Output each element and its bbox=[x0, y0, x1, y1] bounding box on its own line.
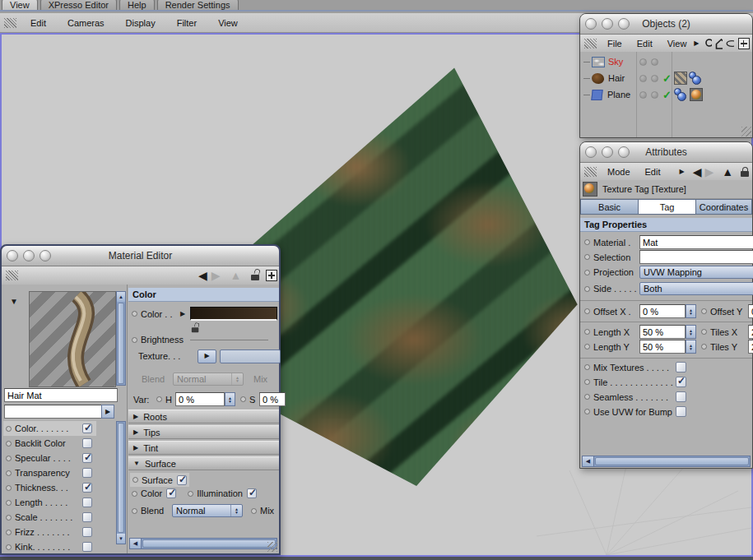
history-forward-icon[interactable]: ▶ bbox=[211, 270, 221, 281]
texture-menu-button[interactable]: ▶ bbox=[198, 349, 216, 363]
menu-edit[interactable]: Edit bbox=[20, 18, 57, 28]
objects-title-bar[interactable]: Objects (2) bbox=[580, 14, 752, 35]
grip-handle-icon[interactable] bbox=[584, 167, 597, 177]
history-forward-icon[interactable]: ▶ bbox=[704, 166, 713, 178]
panel-resize-grip[interactable] bbox=[741, 127, 751, 137]
menu-filter[interactable]: Filter bbox=[166, 18, 207, 28]
illumination-checkbox[interactable] bbox=[247, 488, 257, 498]
object-row-plane[interactable]: Plane bbox=[583, 86, 630, 103]
var-h-stepper[interactable] bbox=[225, 392, 235, 406]
surface-blend-dropdown[interactable]: Normal bbox=[172, 504, 243, 517]
objects-menu-view[interactable]: View bbox=[660, 39, 695, 49]
preview-vertical-scrollbar[interactable]: ▲ bbox=[116, 291, 126, 386]
unlock-icon[interactable] bbox=[251, 271, 260, 281]
surface-checkbox[interactable] bbox=[177, 475, 187, 485]
length-y-input[interactable] bbox=[639, 340, 686, 354]
scrollbar-thumb[interactable] bbox=[118, 303, 124, 384]
channel-scale-checkbox[interactable] bbox=[82, 512, 92, 522]
scroll-left-arrow-icon[interactable]: ◀ bbox=[583, 456, 594, 466]
grip-handle-icon[interactable] bbox=[4, 18, 16, 28]
channel-thickness-checkbox[interactable] bbox=[82, 483, 92, 493]
channel-row-kink[interactable]: Kink. . . . . . . . bbox=[3, 539, 96, 554]
objects-menu-edit[interactable]: Edit bbox=[630, 39, 660, 49]
selection-input[interactable] bbox=[639, 250, 753, 264]
channel-row-backlit-color[interactable]: Backlit Color bbox=[3, 436, 96, 451]
menu-view[interactable]: View bbox=[207, 18, 249, 28]
coordinates-tag-icon[interactable] bbox=[689, 72, 702, 85]
channel-length-checkbox[interactable] bbox=[82, 498, 92, 507]
channel-row-transparency[interactable]: Transparency bbox=[3, 465, 96, 480]
grip-handle-icon[interactable] bbox=[6, 271, 18, 280]
grip-handle-icon[interactable] bbox=[584, 39, 597, 49]
surface-color-checkbox[interactable] bbox=[166, 488, 176, 498]
scroll-up-arrow-icon[interactable]: ▲ bbox=[117, 292, 125, 302]
history-back-icon[interactable]: ◀ bbox=[693, 166, 702, 178]
var-h-input[interactable] bbox=[175, 392, 225, 406]
channel-kink-checkbox[interactable] bbox=[82, 542, 92, 552]
offset-x-stepper[interactable] bbox=[686, 304, 696, 318]
enabled-check-icon[interactable]: ✓ bbox=[662, 72, 672, 85]
side-dropdown[interactable]: Both bbox=[639, 282, 753, 295]
material-editor-horizontal-scrollbar[interactable]: ◀ bbox=[129, 538, 277, 549]
channel-row-scale[interactable]: Scale . . . . . . . bbox=[3, 510, 96, 525]
tab-basic[interactable]: Basic bbox=[580, 199, 639, 215]
attributes-horizontal-scrollbar[interactable]: ◀ bbox=[582, 456, 751, 467]
parent-up-icon[interactable]: ▲ bbox=[722, 166, 733, 178]
texture-tag-icon[interactable] bbox=[690, 88, 703, 101]
material-search-input[interactable] bbox=[4, 405, 104, 419]
use-uvw-checkbox[interactable] bbox=[676, 406, 686, 417]
tab-coordinates[interactable]: Coordinates bbox=[695, 199, 752, 215]
scrollbar-thumb[interactable] bbox=[595, 457, 749, 465]
material-input[interactable] bbox=[639, 235, 753, 249]
material-editor-title-bar[interactable]: Material Editor bbox=[2, 246, 279, 266]
attributes-menu-edit[interactable]: Edit bbox=[638, 167, 668, 177]
parent-up-icon[interactable]: ▲ bbox=[230, 270, 242, 281]
new-window-icon[interactable] bbox=[266, 270, 277, 281]
attributes-title-bar[interactable]: Attributes bbox=[580, 142, 752, 163]
length-x-stepper[interactable] bbox=[686, 325, 696, 339]
offset-x-input[interactable] bbox=[639, 304, 686, 318]
menu-overflow-arrow-icon[interactable]: ▶ bbox=[694, 40, 699, 47]
channel-row-specular[interactable]: Specular . . . . bbox=[3, 451, 96, 465]
tab-help[interactable]: Help bbox=[119, 0, 155, 10]
preview-options-arrow-icon[interactable]: ▼ bbox=[10, 298, 18, 306]
add-object-icon[interactable] bbox=[738, 38, 750, 49]
attributes-menu-mode[interactable]: Mode bbox=[600, 167, 638, 177]
expand-arrow-icon[interactable]: ▶ bbox=[180, 311, 185, 317]
objects-menu-file[interactable]: File bbox=[600, 39, 630, 49]
length-x-input[interactable] bbox=[639, 325, 686, 339]
coordinates-tag-icon[interactable] bbox=[674, 88, 687, 101]
channel-specular-checkbox[interactable] bbox=[82, 453, 92, 463]
section-tips[interactable]: ▶Tips bbox=[128, 425, 279, 439]
material-list-arrow-button[interactable]: ▶ bbox=[101, 405, 114, 419]
length-y-stepper[interactable] bbox=[686, 340, 696, 354]
plane-visibility-dots[interactable]: ✓ bbox=[639, 86, 672, 103]
tiles-y-input[interactable] bbox=[748, 340, 753, 354]
search-icon[interactable] bbox=[704, 38, 712, 49]
lock-icon[interactable] bbox=[741, 167, 750, 178]
tab-render-settings[interactable]: Render Settings bbox=[157, 0, 239, 10]
scrollbar-thumb[interactable] bbox=[118, 423, 124, 533]
visibility-eye-icon[interactable] bbox=[726, 39, 734, 48]
mix-textures-checkbox[interactable] bbox=[676, 362, 686, 373]
var-s-input[interactable] bbox=[259, 392, 286, 406]
channel-row-length[interactable]: Length . . . . . bbox=[3, 495, 96, 510]
scrollbar-thumb[interactable] bbox=[142, 539, 276, 548]
scroll-down-arrow-icon[interactable]: ▼ bbox=[117, 534, 125, 544]
tiles-x-input[interactable] bbox=[748, 325, 753, 339]
tab-tag[interactable]: Tag bbox=[638, 199, 696, 215]
channel-transparency-checkbox[interactable] bbox=[82, 468, 92, 478]
material-swatch-tag-icon[interactable] bbox=[674, 72, 687, 85]
tile-checkbox[interactable] bbox=[676, 377, 686, 387]
texture-path-field[interactable] bbox=[220, 349, 281, 363]
panel-resize-grip[interactable] bbox=[267, 542, 277, 552]
history-back-icon[interactable]: ◀ bbox=[198, 270, 207, 281]
channel-backlit-checkbox[interactable] bbox=[82, 438, 92, 448]
channel-row-thickness[interactable]: Thickness. . . bbox=[3, 480, 96, 495]
hair-visibility-dots[interactable]: ✓ bbox=[639, 70, 672, 86]
sky-visibility-dots[interactable] bbox=[639, 53, 658, 70]
section-tint[interactable]: ▶Tint bbox=[128, 441, 279, 455]
channel-color-checkbox[interactable] bbox=[82, 423, 92, 433]
channel-row-color[interactable]: Color. . . . . . . bbox=[3, 421, 96, 436]
channel-list-vertical-scrollbar[interactable]: ▼ bbox=[116, 421, 126, 544]
